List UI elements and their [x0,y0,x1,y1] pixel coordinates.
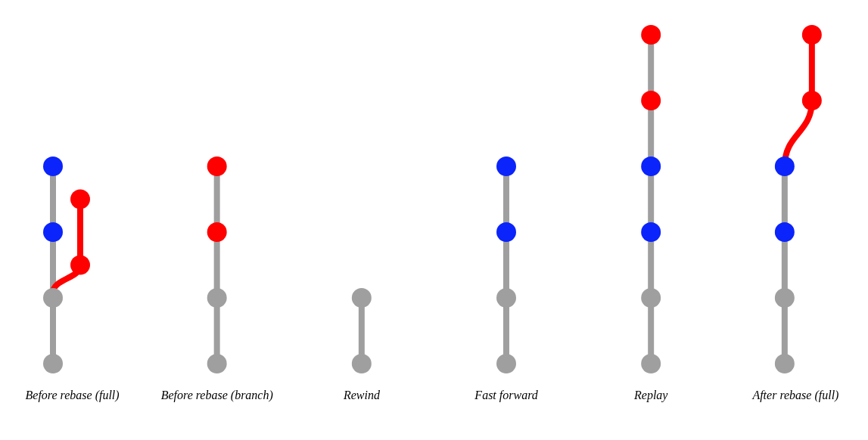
commit-node [70,190,90,209]
commit-node [641,91,661,110]
commit-node [207,354,227,373]
diagram-caption: Rewind [343,389,381,401]
edges [785,35,812,364]
commit-node [43,288,63,308]
commit-node [641,222,661,242]
commit-node [641,25,661,45]
commit-node [43,222,63,242]
commit-node [802,25,822,45]
diagram-caption: Before rebase (full) [26,389,120,402]
commit-node [43,156,63,176]
commit-node [641,354,661,373]
diagram-before-full: Before rebase (full) [26,156,120,402]
diagram-after-full: After rebase (full) [751,25,838,402]
commit-node [352,288,372,308]
diagram-caption: Fast forward [474,389,538,402]
diagram-caption: Before rebase (branch) [161,389,273,402]
edge-curve [785,101,812,166]
diagram-fast-forward: Fast forward [474,156,538,402]
commit-node [496,156,516,176]
diagram-rewind: Rewind [343,288,381,401]
commit-node [775,156,795,176]
diagram-caption: Replay [633,389,668,402]
commit-node [496,288,516,308]
commit-node [352,354,372,373]
rebase-diagram: Before rebase (full)Before rebase (branc… [0,0,868,440]
commit-node [775,222,795,242]
diagram-caption: After rebase (full) [751,389,838,402]
commit-node [70,256,90,275]
commit-node [641,288,661,308]
commit-node [802,91,822,110]
commit-node [207,222,227,242]
commit-node [207,288,227,308]
commit-node [496,354,516,373]
diagram-before-branch: Before rebase (branch) [161,156,273,402]
diagram-replay: Replay [633,25,668,402]
commit-node [207,156,227,176]
commit-node [775,354,795,373]
commit-node [43,354,63,373]
commit-node [641,156,661,176]
commit-node [775,288,795,308]
commit-node [496,222,516,242]
